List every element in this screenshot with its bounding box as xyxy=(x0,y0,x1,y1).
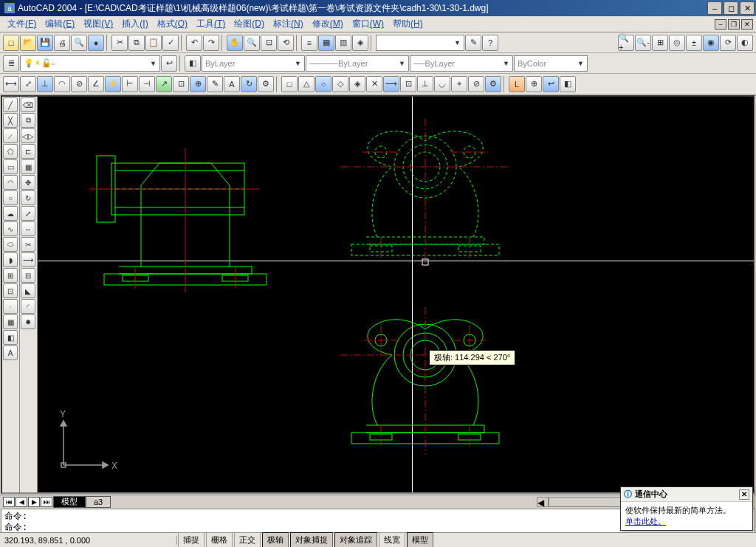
leader-button[interactable]: ↗ xyxy=(156,76,172,92)
layer-prev-button[interactable]: ↩ xyxy=(161,55,177,72)
tab-first-button[interactable]: ⏮ xyxy=(3,497,15,507)
menu-modify[interactable]: 修改(M) xyxy=(308,16,348,32)
color-dropdown[interactable]: ByLayer▼ xyxy=(202,55,305,72)
menu-file[interactable]: 文件(F) xyxy=(3,16,41,32)
brush-button[interactable]: ✎ xyxy=(465,35,481,51)
osnap-midpoint-button[interactable]: △ xyxy=(298,76,315,92)
osnap-none-button[interactable]: ⊘ xyxy=(468,76,484,92)
dim-aligned-button[interactable]: ⤢ xyxy=(20,76,36,92)
zoom-all-button[interactable]: ◎ xyxy=(669,35,685,51)
coordinates-display[interactable]: 320.193, 89.851 , 0.000 xyxy=(0,536,177,545)
new-button[interactable]: □ xyxy=(3,35,19,51)
zoom-rt-button[interactable]: 🔍 xyxy=(244,35,260,51)
osnap-quad-button[interactable]: ◈ xyxy=(349,76,365,92)
drawing-area[interactable]: ╱ ╳ ⟋ ⬠ ▭ ◠ ○ ☁ ∿ ⬭ ◗ ⊞ ⊡ · ▦ ◧ A ⌫ ⧉ ◁▷… xyxy=(1,95,755,494)
center-mark-button[interactable]: ⊕ xyxy=(190,76,206,92)
hscroll-left-button[interactable]: ◀ xyxy=(537,497,549,507)
menu-insert[interactable]: 插入(I) xyxy=(117,16,152,32)
offset-button[interactable]: ⊏ xyxy=(21,144,35,159)
tab-layout-a3[interactable]: a3 xyxy=(86,496,111,508)
osnap-perp-button[interactable]: ⊥ xyxy=(417,76,433,92)
xline-button[interactable]: ╳ xyxy=(3,113,18,128)
mtext-button[interactable]: A xyxy=(3,345,18,360)
lineweight-dropdown[interactable]: ── ByLayer▼ xyxy=(410,55,513,72)
help-button[interactable]: ? xyxy=(482,35,498,51)
dim-edit-button[interactable]: ✎ xyxy=(207,76,223,92)
ellipse-button[interactable]: ⬭ xyxy=(3,237,18,252)
copy-obj-button[interactable]: ⧉ xyxy=(21,113,35,128)
point-button[interactable]: · xyxy=(3,299,18,314)
zoom-ext-button[interactable]: ⊞ xyxy=(652,35,668,51)
move-button[interactable]: ✥ xyxy=(21,175,35,190)
osnap-toggle[interactable]: 对象捕捉 xyxy=(290,532,333,547)
dc-button[interactable]: ▦ xyxy=(318,35,334,51)
trim-button[interactable]: ✂ xyxy=(21,237,35,252)
dim-linear-button[interactable]: ⟷ xyxy=(3,76,19,92)
props-button[interactable]: ≡ xyxy=(301,35,317,51)
stretch-button[interactable]: ↔ xyxy=(21,221,35,236)
ellipse-arc-button[interactable]: ◗ xyxy=(3,252,18,267)
copy-button[interactable]: ⧉ xyxy=(128,35,145,51)
tab-prev-button[interactable]: ◀ xyxy=(16,497,27,507)
scale-button[interactable]: ⤢ xyxy=(21,206,35,221)
osnap-ins-button[interactable]: ⊡ xyxy=(400,76,416,92)
minimize-button[interactable]: – xyxy=(707,1,722,15)
dbconnect-button[interactable]: ◈ xyxy=(352,35,368,51)
tab-model[interactable]: 模型 xyxy=(53,496,86,508)
spline-button[interactable]: ∿ xyxy=(3,221,18,236)
explode-button[interactable]: ✸ xyxy=(21,314,35,329)
redo-button[interactable]: ↷ xyxy=(203,35,219,51)
undo-button[interactable]: ↶ xyxy=(186,35,202,51)
match-button[interactable]: ✓ xyxy=(162,35,179,51)
ucs-world-button[interactable]: ⊕ xyxy=(526,76,542,92)
color-button[interactable]: ◧ xyxy=(185,55,201,72)
otrack-toggle[interactable]: 对象追踪 xyxy=(334,532,377,547)
orbit-button[interactable]: ⟳ xyxy=(720,35,736,51)
dim-continue-button[interactable]: ⊣ xyxy=(139,76,155,92)
model-space[interactable]: 极轴: 114.294 < 270° X Y xyxy=(38,97,754,492)
save-button[interactable]: 💾 xyxy=(37,35,53,51)
linetype-dropdown[interactable]: ───── ByLayer▼ xyxy=(306,55,409,72)
dim-diameter-button[interactable]: ⊘ xyxy=(71,76,87,92)
fillet-button[interactable]: ◜ xyxy=(21,299,35,314)
menu-window[interactable]: 窗口(W) xyxy=(348,16,388,32)
menu-dim[interactable]: 标注(N) xyxy=(269,16,308,32)
hatch-button[interactable]: ▦ xyxy=(3,314,18,329)
standard-dropdown[interactable]: ▼ xyxy=(376,35,464,51)
paste-button[interactable]: 📋 xyxy=(145,35,162,51)
dim-baseline-button[interactable]: ⊢ xyxy=(122,76,138,92)
ucs-button[interactable]: L xyxy=(509,76,525,92)
revcloud-button[interactable]: ☁ xyxy=(3,206,18,221)
rectangle-button[interactable]: ▭ xyxy=(3,159,18,174)
polygon-button[interactable]: ⬠ xyxy=(3,144,18,159)
dim-angular-button[interactable]: ∠ xyxy=(88,76,104,92)
ortho-toggle[interactable]: 正交 xyxy=(234,532,261,547)
osnap-endpoint-button[interactable]: □ xyxy=(281,76,298,92)
model-toggle[interactable]: 模型 xyxy=(407,532,433,547)
pan-button[interactable]: ✋ xyxy=(227,35,243,51)
osnap-ext-button[interactable]: ⟶ xyxy=(383,76,399,92)
osnap-int-button[interactable]: ✕ xyxy=(366,76,382,92)
tolerance-button[interactable]: ⊡ xyxy=(173,76,189,92)
layer-manager-button[interactable]: ≣ xyxy=(3,55,19,72)
menu-edit[interactable]: 编辑(E) xyxy=(41,16,79,32)
chamfer-button[interactable]: ◣ xyxy=(21,283,35,298)
circle-button[interactable]: ○ xyxy=(3,190,18,205)
dim-text-edit-button[interactable]: A xyxy=(224,76,240,92)
region-button[interactable]: ◧ xyxy=(3,330,18,345)
array-button[interactable]: ▦ xyxy=(21,159,35,174)
plotstyle-dropdown[interactable]: ByColor▼ xyxy=(514,55,588,72)
polar-toggle[interactable]: 极轴 xyxy=(262,532,289,547)
menu-tools[interactable]: 工具(T) xyxy=(192,16,230,32)
named-views-button[interactable]: ◉ xyxy=(703,35,719,51)
osnap-tan-button[interactable]: ◡ xyxy=(434,76,450,92)
pline-button[interactable]: ⟋ xyxy=(3,128,18,143)
tool-palette-button[interactable]: ▥ xyxy=(335,35,351,51)
mirror-button[interactable]: ◁▷ xyxy=(21,128,35,143)
dim-radius-button[interactable]: ◠ xyxy=(54,76,70,92)
zoom-in-button[interactable]: 🔍+ xyxy=(618,35,634,51)
make-block-button[interactable]: ⊡ xyxy=(3,283,18,298)
osnap-center-button[interactable]: ○ xyxy=(315,76,331,92)
grid-toggle[interactable]: 栅格 xyxy=(206,532,233,547)
line-button[interactable]: ╱ xyxy=(3,97,18,112)
